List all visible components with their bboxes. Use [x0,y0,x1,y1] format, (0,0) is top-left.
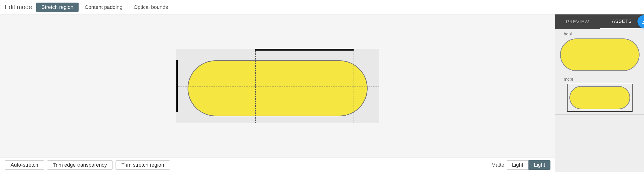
auto-stretch-button[interactable]: Auto-stretch [5,160,44,170]
horizontal-guide-1 [176,86,379,86]
edit-mode-toolbar: Edit mode Stretch region Content padding… [0,0,644,14]
ninepatch-canvas[interactable] [176,49,379,123]
stretch-tick-left-1 [176,60,178,112]
main-layout: Auto-stretch Trim edge transparency Trim… [0,14,644,172]
trim-stretch-button[interactable]: Trim stretch region [116,160,170,170]
tab-preview[interactable]: PREVIEW [555,14,600,29]
hdpi-preview-image [560,38,640,71]
ninepatch-shape [188,60,368,116]
trim-edge-button[interactable]: Trim edge transparency [47,160,113,170]
light-theme-button[interactable]: Light [507,160,529,170]
canvas-area: Auto-stretch Trim edge transparency Trim… [0,14,555,172]
dark-theme-button[interactable]: Light [528,160,550,170]
stretch-region-button[interactable]: Stretch region [36,2,78,12]
matte-label: Matte [492,162,504,168]
right-panel: PREVIEW ASSETS hdpi mdpi [555,14,644,172]
mdpi-preview-image [570,86,630,109]
bottom-toolbar: Auto-stretch Trim edge transparency Trim… [0,158,555,172]
hdpi-label: hdpi [564,32,572,37]
edit-mode-label: Edit mode [5,3,32,11]
download-icon [641,18,644,25]
optical-bounds-button[interactable]: Optical bounds [128,2,173,12]
mdpi-section: mdpi [555,74,644,115]
hdpi-section: hdpi [555,29,644,74]
right-panel-content: hdpi mdpi [555,29,644,172]
canvas-content [0,14,555,158]
stretch-tick-top-1 [255,49,354,51]
content-padding-button[interactable]: Content padding [80,2,128,12]
right-tabs: PREVIEW ASSETS [555,14,644,29]
mdpi-preview-frame [567,84,632,112]
mdpi-label: mdpi [564,77,573,82]
